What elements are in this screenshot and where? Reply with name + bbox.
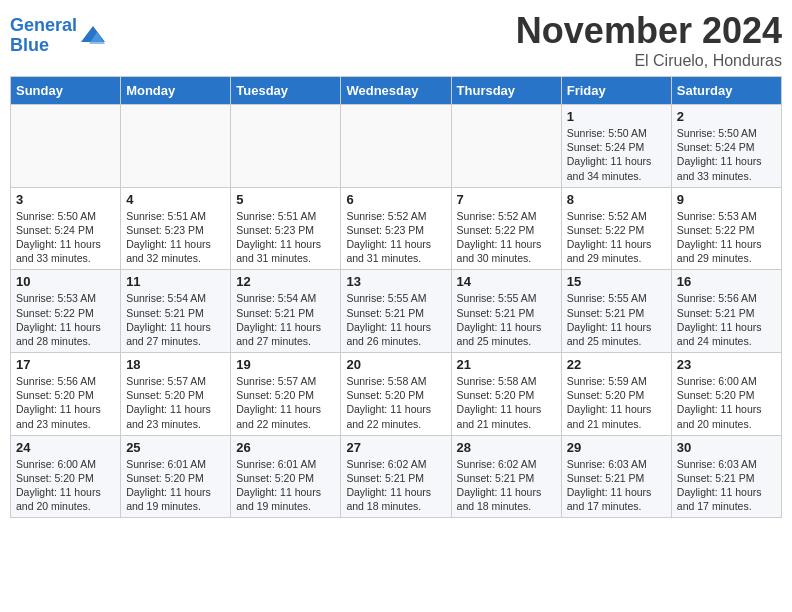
calendar-cell <box>121 105 231 188</box>
day-info: Sunrise: 6:01 AM Sunset: 5:20 PM Dayligh… <box>236 457 335 514</box>
day-number: 22 <box>567 357 666 372</box>
calendar-cell: 19Sunrise: 5:57 AM Sunset: 5:20 PM Dayli… <box>231 353 341 436</box>
day-number: 16 <box>677 274 776 289</box>
day-info: Sunrise: 5:55 AM Sunset: 5:21 PM Dayligh… <box>457 291 556 348</box>
day-number: 26 <box>236 440 335 455</box>
calendar-cell: 2Sunrise: 5:50 AM Sunset: 5:24 PM Daylig… <box>671 105 781 188</box>
calendar-cell: 4Sunrise: 5:51 AM Sunset: 5:23 PM Daylig… <box>121 187 231 270</box>
day-number: 29 <box>567 440 666 455</box>
calendar-cell: 22Sunrise: 5:59 AM Sunset: 5:20 PM Dayli… <box>561 353 671 436</box>
calendar-cell: 27Sunrise: 6:02 AM Sunset: 5:21 PM Dayli… <box>341 435 451 518</box>
day-number: 11 <box>126 274 225 289</box>
week-row-2: 10Sunrise: 5:53 AM Sunset: 5:22 PM Dayli… <box>11 270 782 353</box>
day-number: 7 <box>457 192 556 207</box>
calendar-cell: 7Sunrise: 5:52 AM Sunset: 5:22 PM Daylig… <box>451 187 561 270</box>
calendar-cell <box>451 105 561 188</box>
day-info: Sunrise: 5:52 AM Sunset: 5:22 PM Dayligh… <box>567 209 666 266</box>
day-number: 8 <box>567 192 666 207</box>
calendar-body: 1Sunrise: 5:50 AM Sunset: 5:24 PM Daylig… <box>11 105 782 518</box>
weekday-saturday: Saturday <box>671 77 781 105</box>
day-info: Sunrise: 5:52 AM Sunset: 5:22 PM Dayligh… <box>457 209 556 266</box>
day-number: 9 <box>677 192 776 207</box>
calendar-cell: 20Sunrise: 5:58 AM Sunset: 5:20 PM Dayli… <box>341 353 451 436</box>
logo: General Blue <box>10 16 107 56</box>
weekday-wednesday: Wednesday <box>341 77 451 105</box>
day-number: 14 <box>457 274 556 289</box>
calendar-cell: 26Sunrise: 6:01 AM Sunset: 5:20 PM Dayli… <box>231 435 341 518</box>
day-number: 17 <box>16 357 115 372</box>
day-number: 28 <box>457 440 556 455</box>
day-info: Sunrise: 5:55 AM Sunset: 5:21 PM Dayligh… <box>346 291 445 348</box>
weekday-thursday: Thursday <box>451 77 561 105</box>
day-info: Sunrise: 5:57 AM Sunset: 5:20 PM Dayligh… <box>236 374 335 431</box>
logo-text: General Blue <box>10 16 77 56</box>
day-info: Sunrise: 5:50 AM Sunset: 5:24 PM Dayligh… <box>677 126 776 183</box>
calendar-cell: 18Sunrise: 5:57 AM Sunset: 5:20 PM Dayli… <box>121 353 231 436</box>
day-info: Sunrise: 5:52 AM Sunset: 5:23 PM Dayligh… <box>346 209 445 266</box>
calendar-cell: 30Sunrise: 6:03 AM Sunset: 5:21 PM Dayli… <box>671 435 781 518</box>
day-number: 10 <box>16 274 115 289</box>
day-info: Sunrise: 5:51 AM Sunset: 5:23 PM Dayligh… <box>126 209 225 266</box>
week-row-0: 1Sunrise: 5:50 AM Sunset: 5:24 PM Daylig… <box>11 105 782 188</box>
calendar-cell <box>231 105 341 188</box>
calendar-cell: 1Sunrise: 5:50 AM Sunset: 5:24 PM Daylig… <box>561 105 671 188</box>
day-info: Sunrise: 5:50 AM Sunset: 5:24 PM Dayligh… <box>567 126 666 183</box>
day-info: Sunrise: 6:02 AM Sunset: 5:21 PM Dayligh… <box>346 457 445 514</box>
day-number: 23 <box>677 357 776 372</box>
day-number: 20 <box>346 357 445 372</box>
calendar-cell: 11Sunrise: 5:54 AM Sunset: 5:21 PM Dayli… <box>121 270 231 353</box>
day-info: Sunrise: 5:59 AM Sunset: 5:20 PM Dayligh… <box>567 374 666 431</box>
calendar-cell: 14Sunrise: 5:55 AM Sunset: 5:21 PM Dayli… <box>451 270 561 353</box>
day-info: Sunrise: 5:57 AM Sunset: 5:20 PM Dayligh… <box>126 374 225 431</box>
calendar-cell: 28Sunrise: 6:02 AM Sunset: 5:21 PM Dayli… <box>451 435 561 518</box>
calendar-cell: 23Sunrise: 6:00 AM Sunset: 5:20 PM Dayli… <box>671 353 781 436</box>
calendar-cell: 8Sunrise: 5:52 AM Sunset: 5:22 PM Daylig… <box>561 187 671 270</box>
day-number: 3 <box>16 192 115 207</box>
day-number: 6 <box>346 192 445 207</box>
week-row-4: 24Sunrise: 6:00 AM Sunset: 5:20 PM Dayli… <box>11 435 782 518</box>
weekday-monday: Monday <box>121 77 231 105</box>
page-header: General Blue November 2024 El Ciruelo, H… <box>10 10 782 70</box>
calendar-cell <box>11 105 121 188</box>
calendar-cell: 10Sunrise: 5:53 AM Sunset: 5:22 PM Dayli… <box>11 270 121 353</box>
month-title: November 2024 <box>516 10 782 52</box>
day-info: Sunrise: 5:53 AM Sunset: 5:22 PM Dayligh… <box>16 291 115 348</box>
day-info: Sunrise: 5:58 AM Sunset: 5:20 PM Dayligh… <box>346 374 445 431</box>
day-number: 21 <box>457 357 556 372</box>
weekday-header-row: SundayMondayTuesdayWednesdayThursdayFrid… <box>11 77 782 105</box>
weekday-tuesday: Tuesday <box>231 77 341 105</box>
calendar-cell: 25Sunrise: 6:01 AM Sunset: 5:20 PM Dayli… <box>121 435 231 518</box>
day-info: Sunrise: 6:00 AM Sunset: 5:20 PM Dayligh… <box>16 457 115 514</box>
day-info: Sunrise: 6:03 AM Sunset: 5:21 PM Dayligh… <box>567 457 666 514</box>
day-info: Sunrise: 5:56 AM Sunset: 5:21 PM Dayligh… <box>677 291 776 348</box>
calendar-table: SundayMondayTuesdayWednesdayThursdayFrid… <box>10 76 782 518</box>
day-info: Sunrise: 5:56 AM Sunset: 5:20 PM Dayligh… <box>16 374 115 431</box>
day-number: 12 <box>236 274 335 289</box>
weekday-sunday: Sunday <box>11 77 121 105</box>
calendar-cell: 16Sunrise: 5:56 AM Sunset: 5:21 PM Dayli… <box>671 270 781 353</box>
day-info: Sunrise: 5:53 AM Sunset: 5:22 PM Dayligh… <box>677 209 776 266</box>
day-info: Sunrise: 6:03 AM Sunset: 5:21 PM Dayligh… <box>677 457 776 514</box>
day-number: 24 <box>16 440 115 455</box>
calendar-cell: 29Sunrise: 6:03 AM Sunset: 5:21 PM Dayli… <box>561 435 671 518</box>
day-info: Sunrise: 5:51 AM Sunset: 5:23 PM Dayligh… <box>236 209 335 266</box>
day-number: 2 <box>677 109 776 124</box>
day-number: 18 <box>126 357 225 372</box>
week-row-1: 3Sunrise: 5:50 AM Sunset: 5:24 PM Daylig… <box>11 187 782 270</box>
day-number: 5 <box>236 192 335 207</box>
calendar-cell: 13Sunrise: 5:55 AM Sunset: 5:21 PM Dayli… <box>341 270 451 353</box>
calendar-cell: 5Sunrise: 5:51 AM Sunset: 5:23 PM Daylig… <box>231 187 341 270</box>
week-row-3: 17Sunrise: 5:56 AM Sunset: 5:20 PM Dayli… <box>11 353 782 436</box>
day-info: Sunrise: 6:01 AM Sunset: 5:20 PM Dayligh… <box>126 457 225 514</box>
day-info: Sunrise: 5:54 AM Sunset: 5:21 PM Dayligh… <box>236 291 335 348</box>
day-info: Sunrise: 6:02 AM Sunset: 5:21 PM Dayligh… <box>457 457 556 514</box>
calendar-cell <box>341 105 451 188</box>
day-info: Sunrise: 5:50 AM Sunset: 5:24 PM Dayligh… <box>16 209 115 266</box>
day-info: Sunrise: 6:00 AM Sunset: 5:20 PM Dayligh… <box>677 374 776 431</box>
calendar-cell: 3Sunrise: 5:50 AM Sunset: 5:24 PM Daylig… <box>11 187 121 270</box>
calendar-cell: 21Sunrise: 5:58 AM Sunset: 5:20 PM Dayli… <box>451 353 561 436</box>
day-number: 25 <box>126 440 225 455</box>
calendar-cell: 6Sunrise: 5:52 AM Sunset: 5:23 PM Daylig… <box>341 187 451 270</box>
day-info: Sunrise: 5:58 AM Sunset: 5:20 PM Dayligh… <box>457 374 556 431</box>
calendar-cell: 12Sunrise: 5:54 AM Sunset: 5:21 PM Dayli… <box>231 270 341 353</box>
